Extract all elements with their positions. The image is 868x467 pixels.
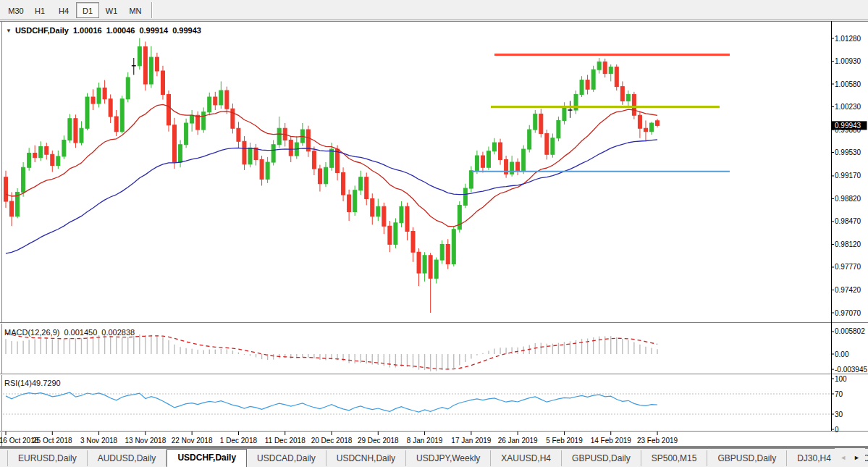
svg-text:0.98820: 0.98820	[835, 195, 861, 203]
svg-text:0.005802: 0.005802	[835, 327, 865, 335]
svg-text:30: 30	[835, 411, 843, 418]
tab-usdcnh-daily[interactable]: USDCNH,Daily	[326, 450, 406, 466]
svg-text:3 Nov 2018: 3 Nov 2018	[80, 437, 118, 445]
svg-text:13 Nov 2018: 13 Nov 2018	[125, 437, 167, 445]
chart-canvas[interactable]: 1.012801.009301.005801.002300.998800.995…	[0, 21, 868, 448]
tab-xauusd-h4[interactable]: XAUUSD,H4	[491, 450, 562, 466]
tab-dj30-h4[interactable]: DJ30,H4	[787, 450, 842, 466]
toolbar-separator	[151, 2, 153, 18]
svg-text:70: 70	[835, 390, 843, 398]
svg-text:0.99530: 0.99530	[835, 148, 861, 156]
tab-usdchf-daily[interactable]: USDCHF,Daily	[167, 449, 247, 467]
timeframe-button-mn[interactable]: MN	[124, 2, 147, 18]
timeframe-button-h1[interactable]: H1	[28, 2, 51, 18]
terminal-window: M30H1H4D1W1MN 1.012801.009301.005801.002…	[0, 0, 868, 467]
svg-text:100: 100	[835, 375, 847, 383]
svg-text:1.00230: 1.00230	[835, 103, 861, 111]
tab-sp500-m15[interactable]: SP500,M15	[641, 450, 708, 466]
tab-eurusd-daily[interactable]: EURUSD,Daily	[7, 450, 88, 466]
tab-usdjpy-weekly[interactable]: USDJPY,Weekly	[406, 450, 491, 466]
svg-text:1.00930: 1.00930	[835, 57, 861, 65]
svg-text:0.98120: 0.98120	[835, 240, 861, 248]
svg-text:23 Feb 2019: 23 Feb 2019	[637, 437, 678, 445]
timeframe-button-d1[interactable]: D1	[76, 2, 99, 18]
tab-gbpusd-daily[interactable]: GBPUSD,Daily	[562, 450, 641, 466]
tab-gbpusd-daily[interactable]: GBPUSD,Daily	[707, 450, 787, 466]
svg-text:0: 0	[835, 426, 839, 434]
svg-text:11 Dec 2018: 11 Dec 2018	[265, 437, 306, 445]
svg-text:29 Dec 2018: 29 Dec 2018	[358, 437, 399, 445]
svg-text:-0.003945: -0.003945	[835, 366, 867, 374]
svg-text:0.99170: 0.99170	[835, 172, 861, 180]
svg-text:0.00: 0.00	[835, 350, 849, 358]
svg-text:1.01280: 1.01280	[835, 35, 861, 43]
svg-text:25 Oct 2018: 25 Oct 2018	[33, 437, 72, 445]
timeframe-button-m30[interactable]: M30	[4, 2, 28, 18]
current-price-label: 0.99943	[835, 122, 861, 130]
svg-text:20 Dec 2018: 20 Dec 2018	[311, 437, 353, 445]
svg-text:14 Feb 2019: 14 Feb 2019	[591, 437, 632, 445]
svg-text:1 Dec 2018: 1 Dec 2018	[220, 437, 258, 445]
svg-text:0.97070: 0.97070	[835, 309, 861, 317]
svg-text:17 Jan 2019: 17 Jan 2019	[451, 437, 491, 445]
tabs-scroll-right-icon[interactable]: ►	[854, 454, 860, 461]
svg-text:8 Jan 2019: 8 Jan 2019	[407, 437, 443, 445]
timeframe-button-w1[interactable]: W1	[100, 2, 123, 18]
svg-text:0.97420: 0.97420	[835, 286, 861, 294]
tab-audusd-daily[interactable]: AUDUSD,Daily	[88, 450, 167, 466]
svg-text:5 Feb 2019: 5 Feb 2019	[546, 437, 583, 445]
timeframe-button-h4[interactable]: H4	[52, 2, 75, 18]
chart-tabs-scroll: ◄ ►	[835, 448, 865, 467]
svg-text:26 Jan 2019: 26 Jan 2019	[498, 437, 538, 445]
svg-text:0.98470: 0.98470	[835, 217, 861, 225]
svg-text:22 Nov 2018: 22 Nov 2018	[172, 437, 213, 445]
timeframe-toolbar: M30H1H4D1W1MN	[0, 0, 868, 20]
svg-text:1.00580: 1.00580	[835, 80, 861, 88]
chart-window: 1.012801.009301.005801.002300.998800.995…	[0, 21, 868, 448]
chart-tabs: EURUSD,DailyAUDUSD,DailyUSDCHF,DailyUSDC…	[0, 448, 868, 467]
svg-text:0.97770: 0.97770	[835, 263, 861, 271]
tab-usdcad-daily[interactable]: USDCAD,Daily	[247, 450, 326, 466]
tabs-scroll-left-icon[interactable]: ◄	[840, 454, 846, 461]
